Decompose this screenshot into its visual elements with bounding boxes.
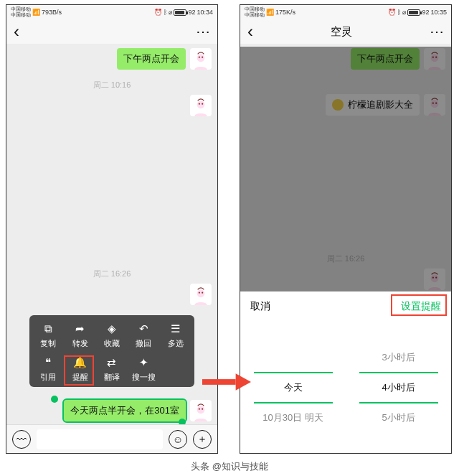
svg-rect-21 — [202, 379, 236, 385]
copy-icon: ⧉ — [41, 322, 55, 335]
sheet-cancel[interactable]: 取消 — [250, 300, 270, 313]
alarm-icon: ⏰ — [154, 9, 162, 16]
picker-option-selected[interactable]: 4小时后 — [382, 373, 415, 402]
battery-pct: 92 — [188, 9, 195, 16]
context-menu: ⧉复制 ➦转发 ◈收藏 ↶撤回 ☰多选 ❝引用 🔔提醒 ⇄翻译 ✦搜一搜 — [29, 315, 194, 387]
selection-handle[interactable] — [51, 396, 58, 403]
left-phone: 中国移动 中国移动 793B/s ⏰ ᛒ ⌀ 92 10:34 下午两点开会 周… — [6, 4, 218, 454]
ctx-recall[interactable]: ↶撤回 — [128, 322, 159, 349]
input-bar: 〰 ☺ ＋ — [6, 424, 217, 453]
right-phone: 中国移动 中国移动 175K/s ⏰ ᛒ ⌀ 92 10:35 空灵 下午两点开… — [240, 4, 452, 454]
svg-point-6 — [197, 289, 205, 297]
nav-title: 空灵 — [331, 25, 352, 39]
message-bubble[interactable]: 下午两点开会 — [117, 48, 186, 70]
alarm-icon: ⏰ — [388, 9, 396, 16]
battery-icon — [174, 9, 186, 16]
ctx-translate[interactable]: ⇄翻译 — [96, 356, 128, 383]
svg-point-1 — [199, 57, 200, 58]
nav-bar: 空灵 — [240, 19, 451, 44]
highlight-confirm — [391, 294, 447, 316]
avatar[interactable] — [190, 48, 212, 70]
spark-icon: ✦ — [136, 356, 151, 369]
svg-point-2 — [202, 57, 203, 58]
more-button[interactable] — [430, 23, 444, 40]
svg-point-0 — [197, 54, 205, 62]
picker-col-date[interactable]: 今天 10月30日 明天 — [240, 322, 346, 453]
svg-point-4 — [199, 103, 200, 105]
recall-icon: ↶ — [136, 322, 151, 335]
svg-point-11 — [202, 409, 203, 410]
bluetooth-icon: ᛒ — [164, 9, 167, 16]
avatar[interactable] — [190, 95, 212, 116]
forward-icon: ➦ — [73, 322, 87, 335]
svg-point-9 — [197, 406, 205, 414]
picker-col-time[interactable]: 3小时后 4小时后 5小时后 — [346, 322, 451, 453]
ctx-multi[interactable]: ☰多选 — [160, 322, 191, 349]
svg-point-10 — [199, 409, 200, 410]
nav-bar — [6, 19, 217, 44]
svg-point-7 — [199, 292, 200, 294]
fav-icon: ◈ — [105, 322, 119, 335]
timestamp: 周二 10:16 — [6, 80, 217, 90]
clock: 10:34 — [197, 9, 213, 16]
multi-icon: ☰ — [169, 322, 183, 335]
reminder-sheet: 取消 设置提醒 今天 10月30日 明天 3小时后 4小时后 5小时后 — [240, 291, 451, 453]
status-bar: 中国移动 中国移动 793B/s ⏰ ᛒ ⌀ 92 10:34 — [6, 5, 217, 19]
credit: 头条 @知识与技能 — [0, 460, 459, 473]
more-button[interactable] — [196, 23, 210, 40]
picker-option[interactable]: 3小时后 — [382, 343, 415, 372]
net-speed: 793B/s — [42, 9, 62, 16]
ctx-forward[interactable]: ➦转发 — [64, 322, 95, 349]
flow-arrow-icon — [202, 373, 251, 391]
svg-point-3 — [197, 101, 205, 108]
avatar[interactable] — [190, 284, 212, 305]
ctx-quote[interactable]: ❝引用 — [32, 356, 64, 383]
dnd-icon: ⌀ — [169, 9, 172, 16]
chat-area: 下午两点开会 周二 10:16 周二 16:26 ⧉复制 ➦转发 ◈收藏 ↶撤回… — [6, 47, 217, 427]
svg-point-8 — [202, 292, 203, 294]
status-bar: 中国移动 中国移动 175K/s ⏰ ᛒ ⌀ 92 10:35 — [240, 5, 451, 19]
signal-icon — [266, 9, 274, 16]
ctx-fav[interactable]: ◈收藏 — [96, 322, 128, 349]
picker-option-selected[interactable]: 今天 — [284, 373, 303, 402]
picker-option[interactable]: 5小时后 — [382, 403, 415, 432]
carrier-2: 中国移动 — [11, 12, 31, 18]
picker-option[interactable]: 10月30日 明天 — [262, 403, 323, 432]
carrier-1: 中国移动 — [11, 6, 31, 12]
back-button[interactable] — [14, 24, 19, 39]
plus-button[interactable]: ＋ — [193, 430, 212, 449]
text-input[interactable] — [37, 429, 163, 449]
ctx-copy[interactable]: ⧉复制 — [32, 322, 64, 349]
avatar[interactable] — [190, 400, 212, 421]
voice-button[interactable]: 〰 — [12, 430, 31, 449]
picker[interactable]: 今天 10月30日 明天 3小时后 4小时后 5小时后 — [240, 322, 451, 453]
battery-icon — [407, 9, 420, 16]
emoji-button[interactable]: ☺ — [169, 430, 187, 449]
quote-icon: ❝ — [41, 356, 55, 369]
clock: 10:35 — [430, 9, 447, 16]
bluetooth-icon: ᛒ — [397, 9, 401, 16]
timestamp: 周二 16:26 — [6, 269, 217, 279]
highlight-remind — [64, 355, 94, 386]
message-bubble-selected[interactable]: 今天两点半开会，在301室 — [64, 400, 186, 421]
battery-pct: 92 — [422, 9, 429, 16]
carrier-2: 中国移动 — [245, 12, 265, 18]
translate-icon: ⇄ — [105, 356, 119, 369]
dnd-icon: ⌀ — [402, 9, 406, 16]
signal-icon — [32, 9, 40, 16]
net-speed: 175K/s — [275, 9, 295, 16]
back-button[interactable] — [247, 24, 253, 39]
svg-point-5 — [202, 103, 203, 105]
ctx-search[interactable]: ✦搜一搜 — [128, 356, 159, 383]
svg-marker-22 — [236, 373, 251, 390]
carrier-1: 中国移动 — [245, 6, 265, 12]
